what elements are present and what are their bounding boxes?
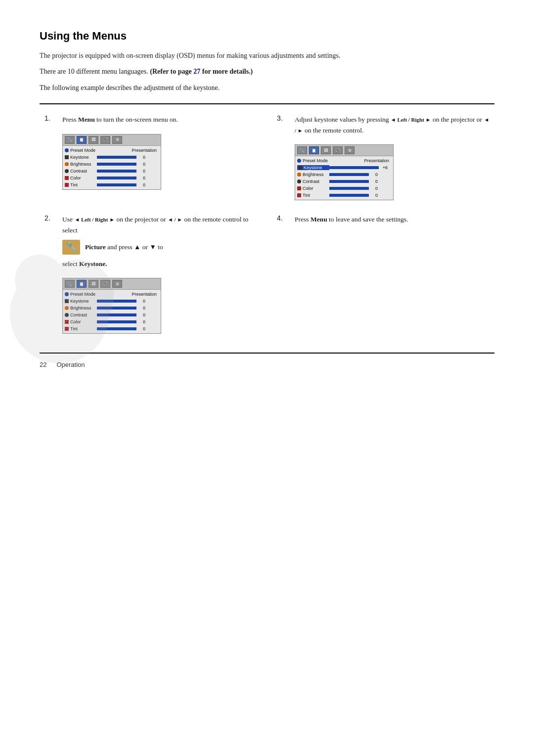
refer-bold-start: (Refer to page — [150, 68, 193, 75]
osd-menu-3: 🔧 📋 🖼 🔊 ⚙ Preset Mode Presentation — [295, 144, 394, 200]
osd-keystone-row-3: Keystone +6 — [297, 164, 391, 171]
osd-brightness-row-1: Brightness 0 — [65, 161, 159, 168]
osd-toolbar-1: 🔧 📋 🖼 🔊 ⚙ — [63, 134, 161, 146]
osd-icon-1: 🔧 — [65, 136, 75, 144]
osd-menu-2: 🔧 📋 🖼 🔊 ⚙ Preset Mode Presentation — [62, 278, 161, 334]
osd-tint-row-2: Tint 0 — [65, 325, 159, 332]
refer-paragraph: There are 10 different menu languages. (… — [40, 66, 494, 77]
refer-bold-end: for more details.) — [200, 68, 253, 75]
osd-icon-3: 🖼 — [89, 136, 98, 144]
osd-contrast-row-1: Contrast 0 — [65, 168, 159, 175]
step-3-text: Adjust keystone values by pressing ◄ Lef… — [295, 114, 490, 135]
osd-brightness-row-2: Brightness 0 — [65, 305, 159, 311]
osd-rows-1: Preset Mode Presentation Keystone 0 — [63, 146, 161, 189]
section-title: Using the Menus — [40, 30, 494, 43]
picture-icon: 🔧 — [62, 240, 80, 255]
step-1-bold: Menu — [78, 116, 95, 123]
osd-icon-5: ⚙ — [112, 136, 122, 144]
bottom-rule — [40, 353, 494, 354]
osd-icon-2: 📋 — [77, 136, 87, 144]
refer-link[interactable]: 27 — [193, 68, 200, 75]
step-1-text: Press Menu to turn the on-screen menu on… — [62, 114, 257, 125]
osd-contrast-row-2: Contrast 0 — [65, 311, 159, 318]
osd-icon-3-4: 🔊 — [333, 146, 343, 154]
step-4-number: 4. — [277, 214, 287, 222]
svg-text:🔧: 🔧 — [66, 241, 77, 252]
osd-icon-2-4: 🔊 — [100, 280, 110, 288]
osd-rows-2: Preset Mode Presentation Keystone 0 — [63, 290, 161, 333]
osd-preset-row-2: Preset Mode Presentation — [65, 291, 159, 298]
osd-keystone-row-1: Keystone 0 — [65, 154, 159, 161]
step-3-header: 3. Adjust keystone values by pressing ◄ … — [277, 114, 490, 135]
step-1-number: 1. — [44, 114, 54, 122]
step-2: 2. Use ◄ Left / Right ► on the projector… — [44, 214, 257, 338]
osd-rows-3: Preset Mode Presentation Keystone +6 — [295, 156, 393, 200]
osd-icon-4: 🔊 — [100, 136, 110, 144]
footer-page-number: 22 — [40, 361, 46, 368]
osd-color-row-1: Color 0 — [65, 175, 159, 181]
osd-icon-2-3: 🖼 — [89, 280, 98, 288]
step-2-text: Use ◄ Left / Right ► on the projector or… — [62, 214, 257, 269]
osd-icon-2-1: 🔧 — [65, 280, 75, 288]
step-2-number: 2. — [44, 214, 54, 222]
osd-icon-3-1: 🔧 — [297, 146, 307, 154]
osd-preset-row-3: Preset Mode Presentation — [297, 157, 391, 164]
osd-tint-row-1: Tint 0 — [65, 181, 159, 188]
osd-contrast-row-3: Contrast 0 — [297, 178, 391, 185]
osd-tint-row-3: Tint 0 — [297, 192, 391, 199]
osd-icon-3-5: ⚙ — [345, 146, 355, 154]
osd-keystone-row-2: Keystone 0 — [65, 298, 159, 305]
picture-inline: 🔧 Picture and press ▲ or ▼ to — [62, 240, 257, 255]
example-paragraph: The following example describes the adju… — [40, 83, 494, 93]
osd-menu-1: 🔧 📋 🖼 🔊 ⚙ Preset Mode Presentation — [62, 134, 161, 190]
footer-section-label: Operation — [56, 361, 85, 368]
osd-color-row-2: Color 0 — [65, 318, 159, 325]
step-3: 3. Adjust keystone values by pressing ◄ … — [277, 114, 490, 204]
osd-toolbar-3: 🔧 📋 🖼 🔊 ⚙ — [295, 145, 393, 156]
osd-toolbar-2: 🔧 📋 🖼 🔊 ⚙ — [63, 278, 161, 290]
step-2-header: 2. Use ◄ Left / Right ► on the projector… — [44, 214, 257, 269]
step-4-header: 4. Press Menu to leave and save the sett… — [277, 214, 490, 225]
osd-preset-dot — [65, 148, 69, 152]
osd-brightness-row-3: Brightness 0 — [297, 171, 391, 178]
page-footer: 22 Operation — [40, 361, 85, 368]
picture-svg: 🔧 — [62, 240, 80, 255]
step-1: 1. Press Menu to turn the on-screen menu… — [44, 114, 257, 204]
osd-icon-2-5: ⚙ — [112, 280, 122, 288]
step-4-text: Press Menu to leave and save the setting… — [295, 214, 490, 225]
step-3-number: 3. — [277, 114, 287, 122]
top-rule — [40, 103, 494, 104]
osd-icon-2-2: 📋 — [77, 280, 87, 288]
osd-preset-row: Preset Mode Presentation — [65, 147, 159, 154]
refer-prefix: There are 10 different menu languages. — [40, 68, 150, 75]
page-content: Using the Menus The projector is equippe… — [0, 0, 534, 393]
osd-preset-label: Preset Mode — [65, 148, 97, 153]
osd-icon-3-3: 🖼 — [321, 146, 331, 154]
step-4: 4. Press Menu to leave and save the sett… — [277, 214, 490, 338]
osd-color-row-3: Color 0 — [297, 185, 391, 192]
steps-grid: 1. Press Menu to turn the on-screen menu… — [40, 114, 494, 338]
intro-paragraph: The projector is equipped with on-screen… — [40, 50, 494, 61]
osd-icon-3-2: 📋 — [309, 146, 319, 154]
step-1-header: 1. Press Menu to turn the on-screen menu… — [44, 114, 257, 125]
